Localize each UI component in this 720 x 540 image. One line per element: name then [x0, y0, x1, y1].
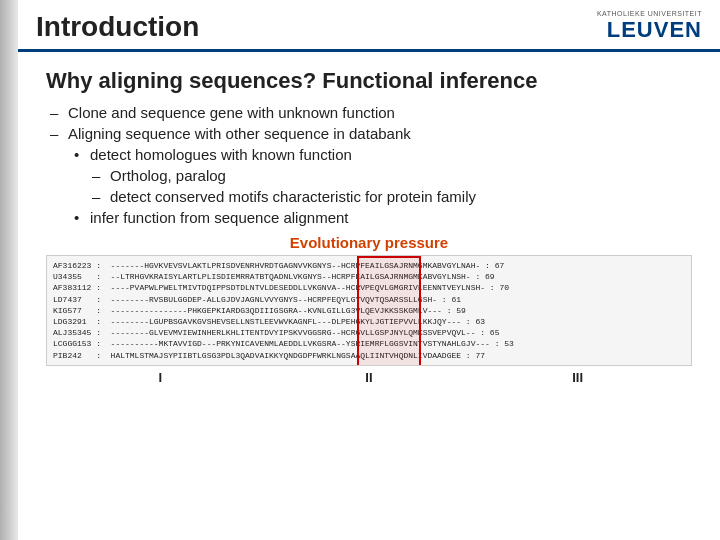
logo-area: KATHOLIEKE UNIVERSITEIT LEUVEN: [597, 10, 702, 43]
alignment-row: LCGGG153 : ----------MKTAVVIGD---PRKYNIC…: [53, 338, 685, 349]
main-content: Why aligning sequences? Functional infer…: [18, 62, 720, 393]
list-item: Ortholog, paralog: [46, 165, 692, 186]
alignment-row: AF316223 : -------HGVKVEVSVLAKTLPRISDVEN…: [53, 260, 685, 271]
roman-label-III: III: [474, 370, 681, 385]
bullet-list: Clone and sequence gene with unknown fun…: [46, 102, 692, 228]
main-heading: Why aligning sequences? Functional infer…: [46, 68, 692, 94]
alignment-row: U34355 : --LTRHGVKRAISYLARTLPLISDIEMRRAT…: [53, 271, 685, 282]
sidebar-gradient: [0, 0, 18, 540]
alignment-row: LD7437 : --------RVSBULGGDEP-ALLGJDVJAGN…: [53, 294, 685, 305]
alignment-row: ALJ35345 : --------GLVEVMVIEWINHERLKHLIT…: [53, 327, 685, 338]
alignment-section: AF316223 : -------HGVKVEVSVLAKTLPRISDVEN…: [46, 255, 692, 366]
roman-label-I: I: [57, 370, 264, 385]
alignment-row: PIB242 : HALTMLSTMAJSYPIIBTLGSG3PDL3QADV…: [53, 350, 685, 361]
list-item: Clone and sequence gene with unknown fun…: [46, 102, 692, 123]
logo-large-text: LEUVEN: [607, 17, 702, 43]
roman-numeral-labels: I II III: [46, 368, 692, 387]
list-item: detect conserved motifs characteristic f…: [46, 186, 692, 207]
evolutionary-label: Evolutionary pressure: [46, 234, 692, 251]
header: Introduction KATHOLIEKE UNIVERSITEIT LEU…: [18, 0, 720, 49]
logo-small-text: KATHOLIEKE UNIVERSITEIT: [597, 10, 702, 17]
header-divider: [18, 49, 720, 52]
list-item: Aligning sequence with other sequence in…: [46, 123, 692, 144]
page-title: Introduction: [36, 11, 199, 43]
list-item: infer function from sequence alignment: [46, 207, 692, 228]
alignment-row: KIG577 : ----------------PHKGEPKIARDG3QD…: [53, 305, 685, 316]
roman-label-II: II: [266, 370, 473, 385]
list-item: detect homologues with known function: [46, 144, 692, 165]
alignment-row: LDG3291 : --------LGUPBSGAVKGVSHEVSELLNS…: [53, 316, 685, 327]
alignment-row: AF383112 : ----PVAPWLPWELTMIVTDQIPPSDTDL…: [53, 282, 685, 293]
